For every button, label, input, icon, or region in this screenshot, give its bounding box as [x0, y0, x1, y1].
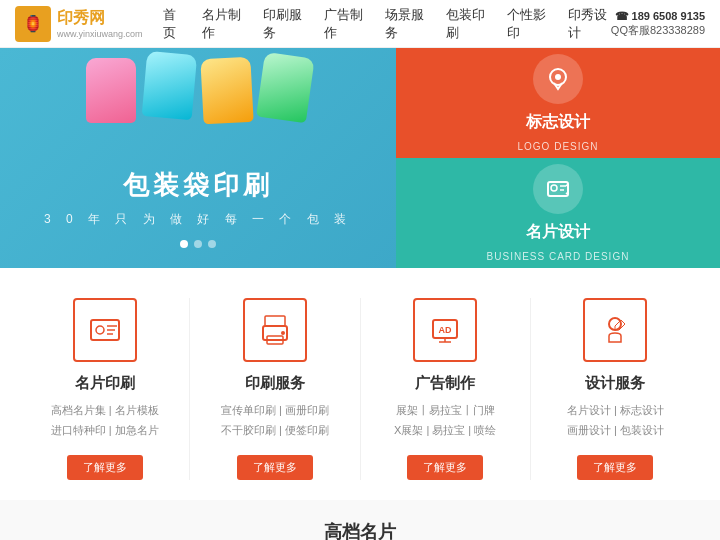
service-icon-design: [583, 298, 647, 362]
learn-more-1[interactable]: 了解更多: [237, 455, 313, 480]
service-title-2: 广告制作: [415, 374, 475, 393]
hero-main-title: 包装袋印刷: [123, 168, 273, 203]
hero-main-banner[interactable]: 包装袋印刷 3 0 年 只 为 做 好 每 一 个 包 装: [0, 48, 396, 268]
svg-point-5: [96, 326, 104, 334]
learn-more-2[interactable]: 了解更多: [407, 455, 483, 480]
nav-ad[interactable]: 广告制作: [324, 4, 367, 44]
hero-section: 包装袋印刷 3 0 年 只 为 做 好 每 一 个 包 装 标志设计 LOGO …: [0, 48, 720, 268]
hero-right-panels: 标志设计 LOGO DESIGN 名片设计 BUSINESS CARD DESI…: [396, 48, 720, 268]
logo-design-title: 标志设计: [526, 112, 590, 133]
dot-1[interactable]: [180, 240, 188, 248]
svg-text:AD: AD: [439, 325, 452, 335]
service-desc-1: 宣传单印刷 | 画册印刷 不干胶印刷 | 便签印刷: [221, 401, 329, 441]
section-title: 高档名片: [20, 520, 700, 540]
svg-rect-9: [265, 316, 285, 326]
logo-icon: 🏮: [15, 6, 51, 42]
biz-card-icon: [533, 164, 583, 214]
service-desc-3: 名片设计 | 标志设计 画册设计 | 包装设计: [567, 401, 664, 441]
service-design: 设计服务 名片设计 | 标志设计 画册设计 | 包装设计 了解更多: [531, 298, 700, 480]
service-icon-ad: AD: [413, 298, 477, 362]
svg-point-12: [281, 331, 285, 335]
service-title-1: 印刷服务: [245, 374, 305, 393]
contact-info: ☎ 189 6508 9135 QQ客服823338289: [611, 10, 705, 38]
service-ad: AD 广告制作 展架丨易拉宝丨门牌 X展架 | 易拉宝 | 喷绘 了解更多: [361, 298, 531, 480]
logo-text-block: 印秀网 www.yinxiuwang.com: [57, 8, 143, 39]
main-nav: 首页 名片制作 印刷服务 广告制作 场景服务 包装印刷 个性影印 印秀设计: [163, 4, 611, 44]
bag-yellow: [200, 57, 253, 125]
nav-design[interactable]: 印秀设计: [568, 4, 611, 44]
services-section: 名片印刷 高档名片集 | 名片模板 进口特种印 | 加急名片 了解更多 印刷服务…: [0, 268, 720, 500]
bag-pink: [86, 58, 136, 123]
premium-section: 高档名片 名片向人传播的不仅是企业形象，品牌文化，它也传播您的生活品位，文化底蕴…: [0, 500, 720, 540]
bag-blue: [142, 51, 197, 120]
svg-point-3: [551, 185, 557, 191]
contact-qq: QQ客服823338289: [611, 23, 705, 38]
biz-card-title: 名片设计: [526, 222, 590, 243]
hero-main-subtitle: 3 0 年 只 为 做 好 每 一 个 包 装: [44, 211, 352, 228]
logo-area: 🏮 印秀网 www.yinxiuwang.com: [15, 6, 143, 42]
hero-bizcard-panel[interactable]: 名片设计 BUSINESS CARD DESIGN: [396, 158, 720, 268]
dot-3[interactable]: [208, 240, 216, 248]
logo-cn: 印秀网: [57, 8, 143, 29]
hero-dots: [180, 240, 216, 248]
learn-more-3[interactable]: 了解更多: [577, 455, 653, 480]
svg-point-1: [555, 74, 561, 80]
biz-card-en: BUSINESS CARD DESIGN: [487, 251, 630, 262]
hero-logo-panel[interactable]: 标志设计 LOGO DESIGN: [396, 48, 720, 158]
section-header: 高档名片 名片向人传播的不仅是企业形象，品牌文化，它也传播您的生活品位，文化底蕴…: [20, 520, 700, 540]
service-print: 印刷服务 宣传单印刷 | 画册印刷 不干胶印刷 | 便签印刷 了解更多: [190, 298, 360, 480]
nav-scene[interactable]: 场景服务: [385, 4, 428, 44]
nav-personal[interactable]: 个性影印: [507, 4, 550, 44]
nav-packaging[interactable]: 包装印刷: [446, 4, 489, 44]
service-desc-0: 高档名片集 | 名片模板 进口特种印 | 加急名片: [51, 401, 159, 441]
nav-home[interactable]: 首页: [163, 4, 184, 44]
bag-green: [256, 52, 315, 123]
hero-bag-images: [0, 58, 396, 123]
service-title-3: 设计服务: [585, 374, 645, 393]
nav-namecard[interactable]: 名片制作: [202, 4, 245, 44]
service-icon-print: [243, 298, 307, 362]
service-title-0: 名片印刷: [75, 374, 135, 393]
service-desc-2: 展架丨易拉宝丨门牌 X展架 | 易拉宝 | 喷绘: [394, 401, 496, 441]
service-icon-namecard: [73, 298, 137, 362]
nav-print[interactable]: 印刷服务: [263, 4, 306, 44]
logo-design-icon: [533, 54, 583, 104]
logo-design-en: LOGO DESIGN: [517, 141, 598, 152]
contact-phone: ☎ 189 6508 9135: [611, 10, 705, 23]
dot-2[interactable]: [194, 240, 202, 248]
learn-more-0[interactable]: 了解更多: [67, 455, 143, 480]
header: 🏮 印秀网 www.yinxiuwang.com 首页 名片制作 印刷服务 广告…: [0, 0, 720, 48]
logo-en: www.yinxiuwang.com: [57, 29, 143, 39]
service-namecard-print: 名片印刷 高档名片集 | 名片模板 进口特种印 | 加急名片 了解更多: [20, 298, 190, 480]
